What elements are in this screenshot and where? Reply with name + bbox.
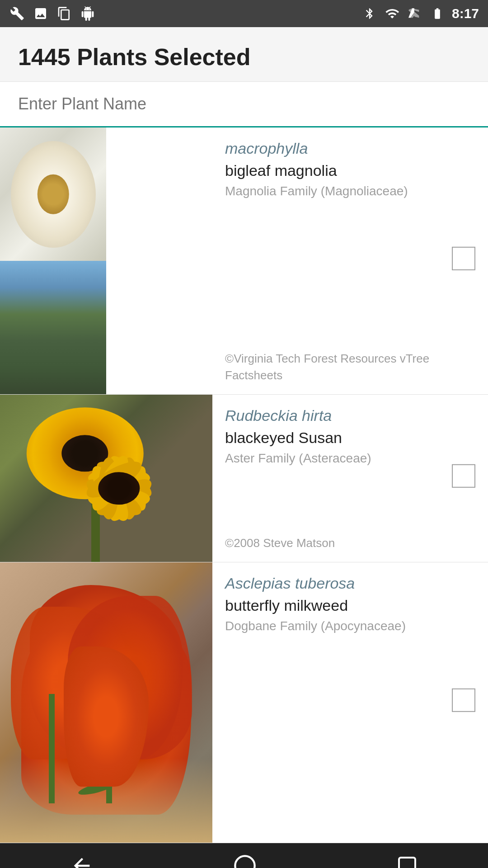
plant-scientific-magnolia: macrophylla xyxy=(225,138,475,158)
page-title: 1445 Plants Selected xyxy=(18,43,470,71)
plant-common-asclepias: butterfly milkweed xyxy=(225,597,475,614)
plant-img-magnolia-flower xyxy=(0,127,106,261)
plant-item-asclepias[interactable]: Asclepias tuberosa butterfly milkweed Do… xyxy=(0,562,488,843)
svg-point-0 xyxy=(235,856,254,868)
nav-recents-button[interactable] xyxy=(396,855,418,868)
nav-back-button[interactable] xyxy=(70,854,94,868)
plant-info-magnolia: macrophylla bigleaf magnolia Magnolia Fa… xyxy=(212,127,488,394)
plant-image-rudbeckia xyxy=(0,395,212,562)
android-icon xyxy=(80,5,96,22)
nav-bar xyxy=(0,843,488,868)
status-icons-right: 8:17 xyxy=(361,5,479,22)
plant-img-trees xyxy=(0,261,106,394)
plant-image-asclepias xyxy=(0,562,212,843)
download-icon xyxy=(56,5,72,22)
plant-list: macrophylla bigleaf magnolia Magnolia Fa… xyxy=(0,127,488,843)
status-bar: 8:17 xyxy=(0,0,488,27)
plant-copyright-rudbeckia: ©2008 Steve Matson xyxy=(225,528,475,551)
image-icon xyxy=(33,5,49,22)
wrench-icon xyxy=(9,5,25,22)
search-input[interactable] xyxy=(18,82,470,126)
plant-checkbox-rudbeckia[interactable] xyxy=(452,464,475,488)
svg-rect-1 xyxy=(399,858,415,868)
signal-icon xyxy=(407,5,423,22)
plant-info-asclepias: Asclepias tuberosa butterfly milkweed Do… xyxy=(212,562,488,843)
search-container[interactable] xyxy=(0,82,488,127)
status-time: 8:17 xyxy=(452,6,479,21)
plant-img-magnolia-bark xyxy=(106,127,212,394)
plant-checkbox-asclepias[interactable] xyxy=(452,689,475,712)
plant-item-rudbeckia[interactable]: Rudbeckia hirta blackeyed Susan Aster Fa… xyxy=(0,395,488,562)
plant-images-magnolia xyxy=(0,127,212,394)
plant-copyright-magnolia: ©Virginia Tech Forest Resources vTree Fa… xyxy=(225,343,475,383)
plant-family-rudbeckia: Aster Family (Asteraceae) xyxy=(225,449,475,467)
plant-family-magnolia: Magnolia Family (Magnoliaceae) xyxy=(225,182,475,200)
wifi-icon xyxy=(384,5,400,22)
plant-scientific-asclepias: Asclepias tuberosa xyxy=(225,573,475,593)
bluetooth-icon xyxy=(361,5,378,22)
plant-item-magnolia[interactable]: macrophylla bigleaf magnolia Magnolia Fa… xyxy=(0,127,488,395)
nav-home-button[interactable] xyxy=(233,854,257,868)
plant-common-magnolia: bigleaf magnolia xyxy=(225,162,475,179)
plant-family-asclepias: Dogbane Family (Apocynaceae) xyxy=(225,617,475,635)
plant-scientific-rudbeckia: Rudbeckia hirta xyxy=(225,406,475,425)
plant-checkbox-magnolia[interactable] xyxy=(452,247,475,270)
plant-common-rudbeckia: blackeyed Susan xyxy=(225,429,475,447)
plant-info-rudbeckia: Rudbeckia hirta blackeyed Susan Aster Fa… xyxy=(212,395,488,562)
battery-icon xyxy=(429,5,446,22)
header: 1445 Plants Selected xyxy=(0,27,488,82)
status-icons-left xyxy=(9,5,96,22)
